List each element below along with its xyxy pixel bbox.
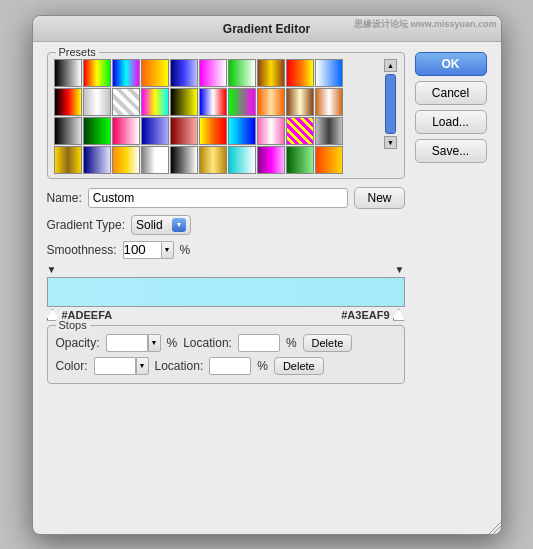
scroll-down-button[interactable]: ▼ [384,136,397,149]
list-item[interactable] [83,88,111,116]
color-swatch[interactable] [94,357,136,375]
list-item[interactable] [228,146,256,174]
name-row: Name: New [47,187,405,209]
presets-group: Presets [47,52,405,179]
opacity-stops-row: ▼ ▼ [47,265,405,275]
opacity-input[interactable] [106,334,148,352]
list-item[interactable] [315,117,343,145]
list-item[interactable] [112,146,140,174]
title-bar: 思缘设计论坛 www.missyuan.com Gradient Editor [33,16,501,42]
gradient-type-row: Gradient Type: Solid ▼ [47,215,405,235]
list-item[interactable] [112,88,140,116]
scroll-thumb[interactable] [385,74,396,134]
cancel-button[interactable]: Cancel [415,81,487,105]
name-input[interactable] [88,188,349,208]
list-item[interactable] [112,59,140,87]
list-item[interactable] [286,117,314,145]
gradient-editor-window: 思缘设计论坛 www.missyuan.com Gradient Editor … [32,15,502,535]
list-item[interactable] [199,117,227,145]
presets-scrollbar: ▲ ▼ [384,59,398,174]
location-unit-2: % [257,359,268,373]
new-button[interactable]: New [354,187,404,209]
list-item[interactable] [83,59,111,87]
resize-handle-icon[interactable] [487,520,501,534]
window-title: Gradient Editor [223,22,310,36]
location-label-2: Location: [155,359,204,373]
presets-grid [54,59,381,174]
name-label: Name: [47,191,82,205]
svg-line-2 [497,530,501,534]
list-item[interactable] [257,88,285,116]
list-item[interactable] [286,146,314,174]
list-item[interactable] [54,59,82,87]
list-item[interactable] [170,59,198,87]
list-item[interactable] [112,117,140,145]
list-item[interactable] [141,146,169,174]
smoothness-control: ▼ [123,241,174,259]
smoothness-row: Smoothness: ▼ % [47,241,405,259]
main-panel: Presets [47,52,405,384]
gradient-type-value: Solid [136,218,163,232]
list-item[interactable] [315,59,343,87]
list-item[interactable] [83,117,111,145]
list-item[interactable] [141,88,169,116]
color-swatch-control: ▼ [94,357,149,375]
list-item[interactable] [257,117,285,145]
opacity-stop-right-icon[interactable]: ▼ [395,265,405,275]
list-item[interactable] [228,88,256,116]
smoothness-unit: % [180,243,191,257]
list-item[interactable] [141,59,169,87]
stops-group: Stops Opacity: ▼ % Location: % Delete [47,325,405,384]
list-item[interactable] [54,146,82,174]
location-label-1: Location: [183,336,232,350]
list-item[interactable] [257,59,285,87]
opacity-stop-left-icon[interactable]: ▼ [47,265,57,275]
content-area: Presets [33,42,501,398]
color-dropdown-icon[interactable]: ▼ [136,357,149,375]
list-item[interactable] [199,146,227,174]
right-color-label: #A3EAF9 [341,309,389,321]
opacity-unit: % [167,336,178,350]
list-item[interactable] [199,88,227,116]
gradient-bar[interactable] [47,277,405,307]
gradient-type-select[interactable]: Solid ▼ [131,215,191,235]
list-item[interactable] [170,117,198,145]
gradient-type-arrow-icon[interactable]: ▼ [172,218,186,232]
opacity-dropdown-icon[interactable]: ▼ [148,334,161,352]
presets-label: Presets [56,46,99,58]
list-item[interactable] [83,146,111,174]
list-item[interactable] [286,59,314,87]
color-delete-button[interactable]: Delete [274,357,324,375]
opacity-control: ▼ [106,334,161,352]
list-item[interactable] [54,117,82,145]
gradient-type-label: Gradient Type: [47,218,126,232]
list-item[interactable] [141,117,169,145]
smoothness-dropdown-icon[interactable]: ▼ [161,241,174,259]
list-item[interactable] [199,59,227,87]
side-buttons: OK Cancel Load... Save... [415,52,487,384]
right-color-stop-icon[interactable] [393,309,405,321]
list-item[interactable] [228,59,256,87]
color-labels: #ADEEFA #A3EAF9 [47,309,405,321]
save-button[interactable]: Save... [415,139,487,163]
list-item[interactable] [286,88,314,116]
list-item[interactable] [54,88,82,116]
list-item[interactable] [170,88,198,116]
ok-button[interactable]: OK [415,52,487,76]
opacity-row: Opacity: ▼ % Location: % Delete [56,334,396,352]
smoothness-label: Smoothness: [47,243,117,257]
opacity-location-input[interactable] [238,334,280,352]
list-item[interactable] [170,146,198,174]
opacity-delete-button[interactable]: Delete [303,334,353,352]
list-item[interactable] [315,88,343,116]
color-row: Color: ▼ Location: % Delete [56,357,396,375]
list-item[interactable] [228,117,256,145]
scroll-up-button[interactable]: ▲ [384,59,397,72]
list-item[interactable] [315,146,343,174]
presets-inner: ▲ ▼ [54,59,398,174]
color-label: Color: [56,359,88,373]
color-location-input[interactable] [209,357,251,375]
load-button[interactable]: Load... [415,110,487,134]
list-item[interactable] [257,146,285,174]
smoothness-input[interactable] [123,241,161,259]
